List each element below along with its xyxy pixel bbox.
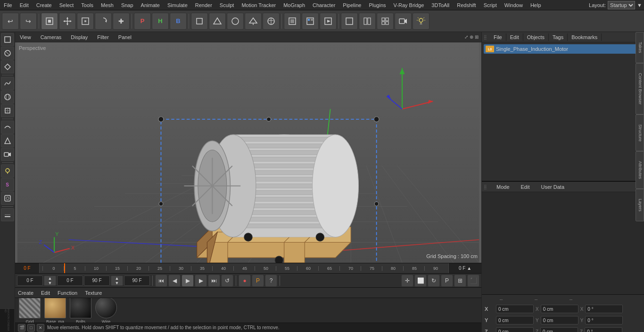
transport-go-start[interactable]: ⏮ bbox=[155, 275, 167, 287]
om-tab-edit[interactable]: Edit bbox=[506, 33, 523, 41]
scale-tool-button[interactable] bbox=[77, 13, 94, 30]
transport-record[interactable]: ● bbox=[239, 275, 251, 287]
attr-tab-edit[interactable]: Edit bbox=[517, 183, 534, 191]
attr-tab-userdata[interactable]: User Data bbox=[537, 183, 569, 191]
menu-render[interactable]: Render bbox=[191, 1, 216, 9]
viewport-tab-filter[interactable]: Filter bbox=[95, 33, 110, 41]
rtab-layers[interactable]: Layers bbox=[636, 189, 644, 221]
frame-end-field[interactable]: 90 F bbox=[84, 275, 110, 286]
material-bolts[interactable]: Bolts bbox=[70, 298, 91, 323]
materials-tab-texture[interactable]: Texture bbox=[85, 290, 102, 296]
coord-pos-z2[interactable]: 0 cm bbox=[540, 327, 578, 332]
rtab-attributes[interactable]: Attributes bbox=[636, 151, 644, 189]
transport-step-back[interactable]: ◀ bbox=[168, 275, 181, 287]
transport-scale-tool[interactable]: ⬜ bbox=[414, 275, 427, 287]
sidebar-icon-null[interactable] bbox=[1, 47, 14, 60]
viewport-maximize-icon[interactable]: ⤢ bbox=[464, 34, 468, 40]
timeline-playhead[interactable] bbox=[64, 263, 65, 273]
status-icon-minimize[interactable]: □ bbox=[27, 324, 35, 332]
viewport-3d[interactable]: X Y Z Perspective Grid Spacing : 100 cm bbox=[15, 42, 481, 263]
materials-tab-create[interactable]: Create bbox=[18, 290, 33, 296]
edge-mode-button[interactable] bbox=[209, 13, 226, 30]
menu-simulate[interactable]: Simulate bbox=[164, 1, 191, 9]
coord-pos-y1[interactable]: 0 cm bbox=[496, 316, 534, 324]
sidebar-icon-polygon[interactable] bbox=[1, 60, 14, 73]
menu-3dtoall[interactable]: 3DToAll bbox=[428, 1, 453, 9]
frame-start-field[interactable]: 0 F bbox=[17, 275, 43, 286]
transport-loop[interactable]: ↺ bbox=[221, 275, 233, 287]
menu-motion-tracker[interactable]: Motion Tracker bbox=[238, 1, 280, 9]
materials-tab-edit[interactable]: Edit bbox=[41, 290, 50, 296]
polygon-mode-button[interactable] bbox=[191, 13, 208, 30]
layout-expand-icon[interactable]: ▼ bbox=[637, 2, 642, 8]
menu-edit[interactable]: Edit bbox=[16, 1, 33, 9]
menu-window[interactable]: Window bbox=[501, 1, 527, 9]
x-axis-button[interactable]: P bbox=[134, 13, 151, 30]
transport-grid[interactable]: ⊞ bbox=[454, 275, 466, 287]
coord-pos-x2[interactable]: 0 cm bbox=[541, 305, 578, 313]
rtab-takes[interactable]: Takes bbox=[636, 32, 644, 63]
transport-rotate-tool[interactable]: ↻ bbox=[428, 275, 440, 287]
rtab-content-browser[interactable]: Content Browser bbox=[636, 63, 644, 114]
status-icon-record[interactable]: 🎬 bbox=[18, 324, 25, 332]
sidebar-icon-nurbs[interactable] bbox=[1, 90, 14, 104]
menu-vray[interactable]: V-Ray Bridge bbox=[390, 1, 428, 9]
sidebar-icon-generator[interactable] bbox=[1, 104, 14, 117]
menu-animate[interactable]: Animate bbox=[137, 1, 164, 9]
render-active-view-button[interactable] bbox=[320, 13, 337, 30]
transport-keyframe[interactable]: ? bbox=[265, 275, 277, 287]
materials-tab-function[interactable]: Function bbox=[58, 290, 77, 296]
uv-mode-button[interactable] bbox=[245, 13, 262, 30]
viewport-move-icon[interactable]: ⊕ bbox=[470, 34, 473, 40]
frame-pre-field[interactable]: 0 F bbox=[57, 275, 83, 286]
coord-rot-z[interactable]: 0 ° bbox=[585, 327, 622, 332]
coord-pos-y2[interactable]: 0 cm bbox=[541, 316, 578, 324]
transform-tool-button[interactable]: ✚ bbox=[113, 13, 130, 30]
point-mode-button[interactable] bbox=[227, 13, 244, 30]
viewport-tab-display[interactable]: Display bbox=[69, 33, 90, 41]
render-picture-viewer-button[interactable] bbox=[302, 13, 319, 30]
timeline[interactable]: 0 F 0 5 10 15 20 25 30 35 40 45 50 55 60 bbox=[15, 263, 481, 273]
quad-view-button[interactable] bbox=[377, 13, 394, 30]
menu-select[interactable]: Select bbox=[56, 1, 78, 9]
menu-file[interactable]: File bbox=[0, 1, 16, 9]
menu-create[interactable]: Create bbox=[33, 1, 56, 9]
sidebar-icon-effector[interactable] bbox=[1, 134, 14, 147]
sidebar-icon-floor[interactable] bbox=[1, 208, 14, 221]
sidebar-icon-camera[interactable] bbox=[1, 148, 14, 161]
move-tool-button[interactable] bbox=[59, 13, 76, 30]
menu-snap[interactable]: Snap bbox=[117, 1, 137, 9]
coord-pos-z1[interactable]: 0 cm bbox=[496, 327, 534, 332]
transport-move-tool[interactable]: ✛ bbox=[401, 275, 413, 287]
frame-start-spinner[interactable]: ▲▼ bbox=[44, 275, 56, 286]
undo-button[interactable]: ↩ bbox=[2, 13, 19, 30]
menu-sculpt[interactable]: Sculpt bbox=[216, 1, 238, 9]
status-icon-close[interactable]: ✕ bbox=[37, 324, 44, 332]
om-tab-file[interactable]: File bbox=[490, 33, 506, 41]
menu-mograph[interactable]: MoGraph bbox=[280, 1, 309, 9]
menu-pipeline[interactable]: Pipeline bbox=[339, 1, 365, 9]
transport-go-end[interactable]: ⏭ bbox=[208, 275, 220, 287]
redo-button[interactable]: ↪ bbox=[20, 13, 37, 30]
single-view-button[interactable] bbox=[341, 13, 358, 30]
attr-tab-mode[interactable]: Mode bbox=[493, 183, 513, 191]
sidebar-icon-bend[interactable]: S bbox=[1, 178, 14, 191]
transport-step-forward[interactable]: ▶ bbox=[195, 275, 207, 287]
menu-script[interactable]: Script bbox=[480, 1, 501, 9]
viewport-tab-view[interactable]: View bbox=[18, 33, 33, 41]
model-mode-button[interactable] bbox=[41, 13, 58, 30]
om-tab-objects[interactable]: Objects bbox=[523, 33, 549, 41]
viewport-settings-icon[interactable]: ⊞ bbox=[475, 34, 479, 40]
coord-pos-x1[interactable]: 0 cm bbox=[496, 305, 534, 313]
camera-view-button[interactable] bbox=[395, 13, 412, 30]
material-wire[interactable]: Wire bbox=[95, 298, 117, 323]
transport-auto-key[interactable]: P bbox=[252, 275, 264, 287]
om-tab-tags[interactable]: Tags bbox=[549, 33, 568, 41]
transport-render[interactable]: ⬛ bbox=[467, 275, 479, 287]
om-tab-bookmarks[interactable]: Bookmarks bbox=[568, 33, 602, 41]
attributes-content[interactable] bbox=[482, 192, 644, 294]
material-base[interactable]: Base_ma bbox=[44, 298, 66, 323]
menu-character[interactable]: Character bbox=[309, 1, 339, 9]
material-grid[interactable]: Grid bbox=[19, 298, 41, 323]
timeline-ruler[interactable]: 0 5 10 15 20 25 30 35 40 45 50 55 60 65 … bbox=[40, 263, 448, 273]
